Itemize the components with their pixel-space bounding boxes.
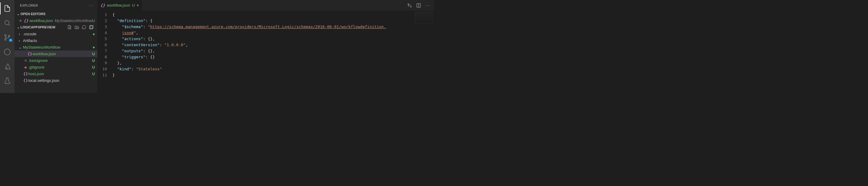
- workspace-header[interactable]: ⌄ LOGICAPPSPREVIEW: [14, 24, 97, 30]
- file-icon: ≡: [23, 58, 28, 63]
- git-status: U: [91, 58, 95, 63]
- item-label: workflow.json: [33, 52, 91, 56]
- folder--vscode[interactable]: ›.vscode●: [14, 30, 97, 37]
- workspace-name: LOGICAPPSPREVIEW: [21, 25, 56, 29]
- item-label: .gitignore: [28, 65, 91, 70]
- split-editor-icon[interactable]: [416, 3, 421, 8]
- file--gitignore[interactable]: ◈.gitignoreU: [14, 64, 97, 70]
- close-icon[interactable]: ×: [19, 19, 24, 23]
- open-editor-path: MyStatelessWorkflow: [55, 19, 92, 23]
- open-editors-header[interactable]: ⌄ OPEN EDITORS: [14, 10, 97, 17]
- file-host-json[interactable]: {}host.jsonU: [14, 70, 97, 77]
- tab-bar: {} workflow.json U × ···: [97, 0, 434, 10]
- source-control-badge: 8: [9, 38, 13, 42]
- search-activity[interactable]: [0, 17, 14, 29]
- file-workflow-json[interactable]: {}workflow.jsonU: [14, 50, 97, 57]
- new-folder-icon[interactable]: [74, 25, 79, 30]
- json-icon: {}: [27, 52, 33, 56]
- more-icon[interactable]: ···: [425, 3, 430, 7]
- json-icon: {}: [100, 3, 105, 7]
- minimap[interactable]: [415, 11, 433, 24]
- tab-name: workflow.json: [107, 3, 130, 7]
- open-editor-item[interactable]: × {} workflow.json MyStatelessWorkflow U: [14, 17, 97, 24]
- svg-point-2: [5, 39, 6, 41]
- modified-dot: ●: [91, 45, 95, 50]
- azure-activity[interactable]: [0, 60, 14, 73]
- item-label: Artifacts: [23, 38, 91, 43]
- collapse-icon[interactable]: [89, 25, 94, 30]
- json-icon: {}: [24, 19, 28, 23]
- svg-point-8: [410, 6, 411, 7]
- file--funcignore[interactable]: ≡.funcignoreU: [14, 57, 97, 64]
- code-content[interactable]: { "definition": { "$schema": "https://sc…: [113, 12, 434, 93]
- code-editor[interactable]: 1234567891011 { "definition": { "$schema…: [97, 10, 434, 93]
- tab-status: U: [132, 3, 135, 7]
- chevron-down-icon: ⌄: [16, 25, 21, 29]
- line-numbers: 1234567891011: [97, 12, 113, 93]
- flask-icon: [4, 77, 11, 84]
- tab-workflow[interactable]: {} workflow.json U ×: [97, 0, 142, 10]
- explorer-activity[interactable]: [0, 2, 14, 15]
- git-status: U: [91, 72, 95, 76]
- git-status: U: [91, 65, 95, 70]
- item-label: .vscode: [23, 32, 91, 36]
- activity-bar: 8: [0, 0, 14, 93]
- testing-activity[interactable]: [0, 75, 14, 87]
- item-label: .funcignore: [28, 58, 91, 63]
- modified-dot: ●: [91, 32, 95, 36]
- github-icon: [4, 48, 11, 56]
- git-icon: ◈: [23, 65, 28, 70]
- source-control-activity[interactable]: 8: [0, 31, 14, 44]
- sidebar-title-row: EXPLORER ···: [14, 0, 97, 10]
- item-label: local.settings.json: [28, 78, 91, 83]
- azure-icon: [4, 63, 11, 70]
- sidebar-title: EXPLORER: [20, 4, 38, 7]
- svg-point-3: [8, 35, 10, 37]
- close-icon[interactable]: ×: [136, 3, 139, 7]
- folder-mystatelessworkflow[interactable]: ⌄MyStatelessWorkflow●: [14, 44, 97, 50]
- json-icon: {}: [23, 72, 28, 76]
- svg-point-0: [5, 21, 9, 25]
- file-local-settings-json[interactable]: {}local.settings.json: [14, 77, 97, 84]
- more-icon[interactable]: ···: [89, 4, 94, 7]
- chevron-icon: ⌄: [19, 45, 23, 50]
- compare-icon[interactable]: [407, 3, 412, 8]
- json-icon: {}: [23, 78, 28, 83]
- chevron-icon: ›: [19, 32, 23, 36]
- git-status: U: [91, 52, 95, 56]
- open-editor-status: U: [92, 19, 95, 23]
- open-editor-name: workflow.json: [30, 19, 53, 23]
- new-file-icon[interactable]: [67, 25, 72, 30]
- files-icon: [4, 5, 11, 12]
- chevron-down-icon: ⌄: [16, 12, 21, 16]
- item-label: MyStatelessWorkflow: [23, 45, 91, 50]
- open-editors-label: OPEN EDITORS: [21, 12, 45, 16]
- chevron-icon: ›: [19, 38, 23, 43]
- svg-point-7: [408, 4, 409, 5]
- refresh-icon[interactable]: [82, 25, 87, 30]
- svg-point-1: [5, 35, 6, 36]
- search-icon: [4, 19, 11, 27]
- editor-area: {} workflow.json U × ··· 1234567891011 {…: [97, 0, 434, 93]
- item-label: host.json: [28, 72, 91, 76]
- folder-artifacts[interactable]: ›Artifacts: [14, 37, 97, 44]
- sidebar: EXPLORER ··· ⌄ OPEN EDITORS × {} workflo…: [14, 0, 97, 93]
- github-activity[interactable]: [0, 46, 14, 58]
